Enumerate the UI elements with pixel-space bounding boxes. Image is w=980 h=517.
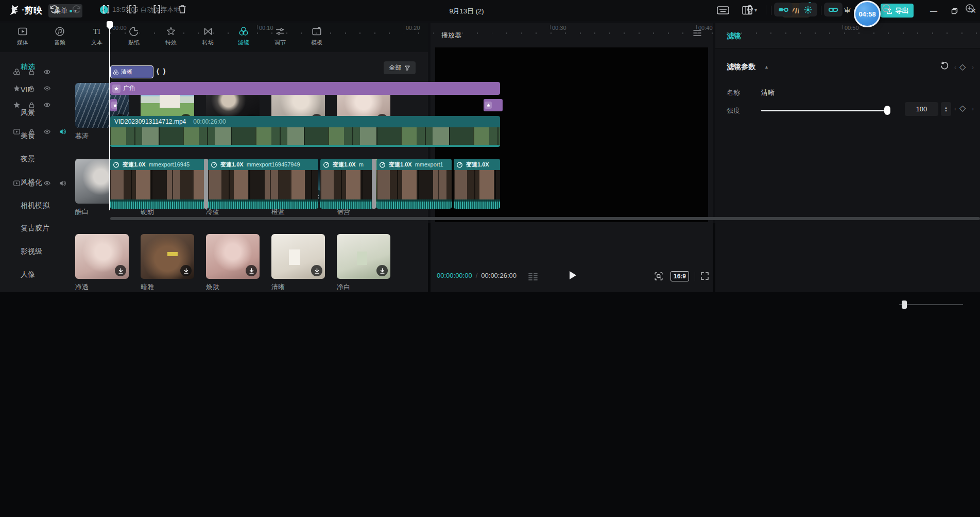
eye-icon[interactable]	[43, 85, 51, 92]
split-left-button[interactable]	[126, 4, 137, 15]
timeline-horizontal-scrollbar[interactable]	[110, 217, 980, 220]
filter-thumbnail[interactable]	[206, 234, 260, 279]
split-button[interactable]	[100, 4, 112, 15]
main-track-magnet-toggle[interactable]	[774, 3, 793, 16]
collapse-caret-icon[interactable]: ▲	[764, 64, 769, 70]
eye-icon[interactable]	[43, 68, 51, 76]
sidebar-item-scenery[interactable]: 风景	[21, 108, 35, 119]
effect-clip[interactable]: 广角	[110, 82, 500, 95]
zoom-out-button[interactable]	[882, 4, 891, 13]
filter-card[interactable]: 净白	[337, 234, 390, 292]
lock-icon[interactable]	[28, 128, 36, 136]
tab-transitions[interactable]: 转场	[190, 26, 226, 51]
funnel-icon	[404, 65, 410, 71]
filter-card[interactable]: 净透	[75, 234, 129, 292]
filter-clip-selected[interactable]: 清晰	[110, 65, 153, 78]
clip-speed: 变速1.0X	[220, 161, 244, 169]
trim-handle-left[interactable]: ⟨	[156, 68, 159, 75]
keyframe-next-icon[interactable]: ›	[972, 64, 974, 71]
select-tool-button[interactable]	[9, 4, 20, 15]
eye-icon[interactable]	[43, 179, 51, 187]
redo-button[interactable]	[72, 4, 82, 14]
strength-stepper[interactable]: ▲▼	[941, 102, 951, 116]
download-icon[interactable]	[180, 265, 192, 276]
clip-trim-bar[interactable]	[204, 159, 208, 209]
undo-button[interactable]	[48, 4, 59, 14]
filter-thumbnail[interactable]	[141, 234, 194, 279]
sidebar-item-camera-sim[interactable]: 相机模拟	[21, 201, 49, 211]
filter-card[interactable]: 焕肤	[206, 234, 260, 292]
zoom-in-button[interactable]	[965, 4, 974, 13]
sidebar-item-retro-film[interactable]: 复古胶片	[21, 224, 49, 234]
keyframe-next-icon[interactable]: ›	[972, 105, 974, 112]
speaker-icon[interactable]	[59, 128, 66, 136]
trim-handle-right[interactable]: ⟩	[163, 68, 166, 75]
fullscreen-button[interactable]	[699, 271, 710, 281]
media-clip[interactable]: 变速1.0X mmexport1	[376, 159, 452, 209]
tool-chevron-icon[interactable]: ▾	[22, 7, 24, 12]
record-voiceover-button[interactable]	[745, 3, 755, 15]
tab-audio[interactable]: 音频	[42, 26, 78, 51]
tab-media[interactable]: 媒体	[5, 26, 41, 51]
strength-slider-handle[interactable]	[884, 106, 890, 115]
keyframe-prev-icon[interactable]: ‹	[954, 105, 956, 112]
clip-waveform	[208, 199, 318, 209]
restore-button[interactable]	[949, 5, 960, 16]
keyframe-prev-icon[interactable]: ‹	[954, 64, 956, 71]
lock-icon[interactable]	[28, 101, 36, 109]
media-clip[interactable]: 变速1.0X mmexport169457949	[208, 159, 318, 209]
filter-all-dropdown[interactable]: 全部	[384, 61, 416, 74]
play-button[interactable]	[568, 270, 578, 281]
download-icon[interactable]	[376, 265, 388, 276]
download-icon[interactable]	[311, 265, 322, 276]
filter-thumbnail[interactable]	[271, 234, 325, 279]
tab-filters[interactable]: 滤镜	[226, 26, 262, 51]
lock-icon[interactable]	[28, 68, 36, 76]
snapshot-button[interactable]	[653, 271, 664, 282]
shortcut-keyboard-button[interactable]	[716, 5, 730, 15]
divider	[771, 6, 771, 15]
aspect-ratio-button[interactable]: 16:9	[670, 271, 689, 281]
auto-snap-toggle[interactable]	[799, 3, 817, 16]
filter-card[interactable]: 暗雅	[141, 234, 194, 292]
playhead[interactable]	[109, 21, 110, 210]
effect-clip-sliver[interactable]	[110, 99, 117, 111]
zoom-out-icon	[882, 4, 891, 13]
speaker-icon[interactable]	[59, 179, 66, 187]
stepper-down-icon[interactable]: ▼	[944, 109, 948, 112]
sidebar-item-night[interactable]: 夜景	[21, 155, 35, 165]
timeline-zoom-slider[interactable]	[899, 304, 963, 305]
keyframe-diamond-icon[interactable]: ◇	[959, 103, 966, 113]
lock-icon[interactable]	[28, 85, 36, 92]
eye-icon[interactable]	[43, 128, 51, 136]
download-icon[interactable]	[246, 265, 257, 276]
tab-label: 文本	[91, 40, 102, 45]
clip-trim-bar[interactable]	[372, 159, 376, 209]
delete-button[interactable]	[177, 4, 187, 15]
sidebar-item-portrait[interactable]: 人像	[21, 270, 35, 280]
reset-button[interactable]	[940, 61, 949, 70]
media-clip[interactable]: 变速1.0X m	[320, 159, 373, 209]
timeline-zoom-handle[interactable]	[902, 301, 907, 309]
strength-slider-track[interactable]	[761, 110, 888, 111]
filter-thumbnail[interactable]	[75, 234, 129, 279]
tab-templates[interactable]: 模板	[299, 26, 335, 51]
strength-value-box[interactable]: 100	[905, 102, 938, 116]
split-right-button[interactable]	[152, 4, 163, 15]
sidebar-item-cinematic[interactable]: 影视级	[21, 247, 42, 257]
tab-effects[interactable]: 特效	[153, 26, 189, 51]
filter-thumbnail[interactable]	[337, 234, 390, 279]
video-clip[interactable]: VID20230913114712.mp4 00:00:26:00	[110, 116, 500, 147]
recording-timer-overlay[interactable]: 04:58	[854, 1, 881, 27]
download-icon[interactable]	[115, 265, 126, 276]
media-clip[interactable]: 变速1.0X	[454, 159, 500, 209]
preview-compare-button[interactable]	[527, 272, 539, 281]
eye-icon[interactable]	[43, 101, 51, 109]
lock-icon[interactable]	[28, 179, 36, 187]
effect-clip-small[interactable]	[484, 99, 503, 111]
minimize-button[interactable]: —	[928, 5, 939, 16]
filter-card[interactable]: 清晰	[271, 234, 325, 292]
media-clip[interactable]: 变速1.0X mmexport16945	[110, 159, 205, 209]
link-clips-toggle[interactable]	[824, 3, 843, 16]
keyframe-diamond-icon[interactable]: ◇	[959, 62, 966, 72]
